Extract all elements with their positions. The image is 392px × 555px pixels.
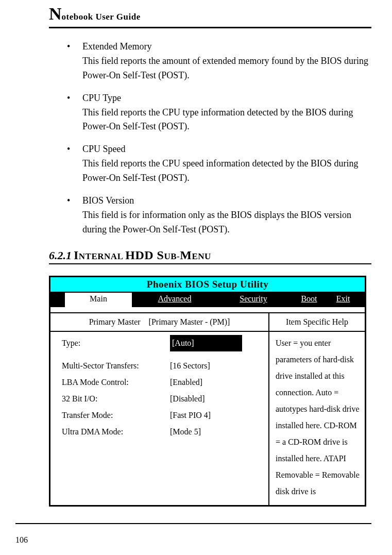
bios-subheader: Primary Master [Primary Master - (PM)]	[50, 313, 268, 332]
bios-field-row[interactable]: LBA Mode Control: [Enabled]	[62, 374, 260, 391]
bios-help-header: Item Specific Help	[269, 313, 365, 331]
field-list: Extended Memory This field reports the a…	[49, 40, 371, 237]
page-number: 106	[15, 535, 28, 545]
section-number: 6.2.1	[49, 249, 72, 262]
field-title: BIOS Version	[82, 194, 371, 208]
field-item: Extended Memory This field reports the a…	[67, 40, 371, 83]
bios-title: Phoenix BIOS Setup Utility	[50, 277, 365, 293]
field-item: CPU Type This field reports the CPU type…	[67, 91, 371, 134]
bios-field-row[interactable]: 32 Bit I/O: [Disabled]	[62, 391, 260, 407]
bios-field-value[interactable]: [Disabled]	[170, 391, 242, 407]
bios-field-value-selected[interactable]: [Auto]	[170, 335, 242, 351]
bios-strip	[50, 307, 365, 313]
bios-field-label: Multi-Sector Transfers:	[62, 358, 170, 374]
field-desc: This field reports the CPU type informat…	[82, 106, 371, 134]
tab-exit[interactable]: Exit	[328, 293, 359, 307]
header-title: Notebook User Guide	[49, 12, 141, 21]
section-title: INTERNAL HDD SUB-MENU	[74, 251, 211, 261]
bios-setup-panel: Phoenix BIOS Setup Utility Main Advanced…	[49, 276, 366, 507]
field-title: Extended Memory	[82, 40, 371, 54]
tab-advanced[interactable]: Advanced	[136, 293, 213, 307]
page: Notebook User Guide Extended Memory This…	[0, 0, 392, 555]
bios-field-label: Ultra DMA Mode:	[62, 424, 170, 440]
bios-body: Primary Master [Primary Master - (PM)] T…	[50, 313, 365, 505]
tab-boot[interactable]: Boot	[294, 293, 325, 307]
field-desc: This field reports the amount of extende…	[82, 54, 371, 83]
page-rule	[15, 523, 371, 524]
bios-help-header-row: Item Specific Help	[269, 313, 365, 332]
header-title-rest: otebook User Guide	[62, 12, 141, 22]
subheader-label: Primary Master	[89, 317, 141, 326]
bios-subheader-left: Primary Master [Primary Master - (PM)]	[50, 313, 268, 331]
bios-field-row[interactable]: Type: [Auto]	[62, 335, 260, 351]
bios-fields: Type: [Auto] Multi-Sector Transfers: [16…	[50, 332, 268, 445]
field-item: CPU Speed This field reports the CPU spe…	[67, 142, 371, 186]
bios-field-label: 32 Bit I/O:	[62, 391, 170, 407]
bios-field-value[interactable]: [Mode 5]	[170, 424, 242, 440]
bios-field-label: LBA Mode Control:	[62, 374, 170, 391]
tab-main[interactable]: Main	[65, 293, 132, 307]
spacer	[62, 351, 260, 358]
bios-field-value[interactable]: [Fast PIO 4]	[170, 407, 242, 424]
subheader-value: [Primary Master - (PM)]	[149, 317, 230, 326]
field-desc: This field reports the CPU speed informa…	[82, 157, 371, 186]
bios-field-value[interactable]: [16 Sectors]	[170, 358, 242, 374]
bios-field-value[interactable]: [Enabled]	[170, 374, 242, 391]
bios-help-pane: Item Specific Help User = you enter para…	[269, 313, 365, 505]
bios-field-row[interactable]: Multi-Sector Transfers: [16 Sectors]	[62, 358, 260, 374]
field-title: CPU Type	[82, 91, 371, 106]
bios-field-label: Transfer Mode:	[62, 407, 170, 424]
bios-field-row[interactable]: Transfer Mode: [Fast PIO 4]	[62, 407, 260, 424]
bios-left-pane: Primary Master [Primary Master - (PM)] T…	[50, 313, 269, 505]
bios-tabs: Main Advanced Security Boot Exit	[50, 293, 365, 307]
header-title-cap: N	[49, 4, 62, 23]
bios-field-row[interactable]: Ultra DMA Mode: [Mode 5]	[62, 424, 260, 440]
tab-security[interactable]: Security	[217, 293, 289, 307]
page-header: Notebook User Guide	[49, 0, 371, 28]
field-title: CPU Speed	[82, 142, 371, 157]
bios-help-text: User = you enter parameters of hard-disk…	[269, 332, 365, 505]
section-heading: 6.2.1 INTERNAL HDD SUB-MENU	[49, 248, 371, 264]
bios-field-label: Type:	[62, 335, 170, 351]
tab-spacer	[50, 293, 65, 307]
field-desc: This field is for information only as th…	[82, 208, 371, 237]
field-item: BIOS Version This field is for informati…	[67, 194, 371, 237]
